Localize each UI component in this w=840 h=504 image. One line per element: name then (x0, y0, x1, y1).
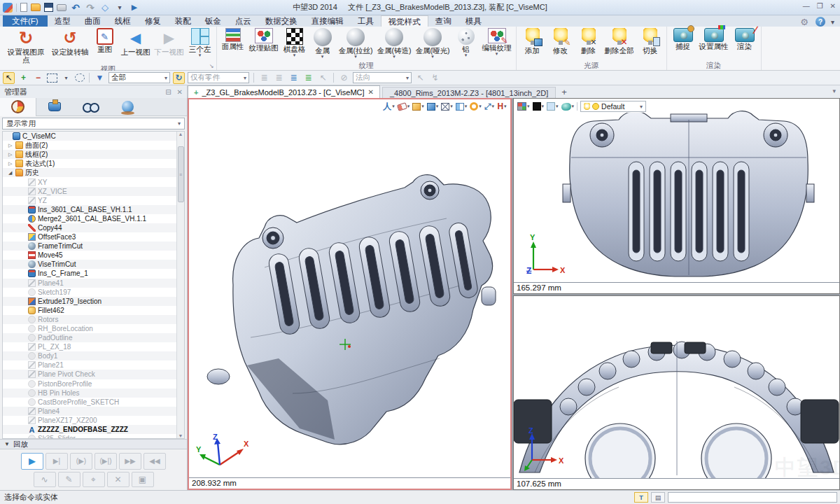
render-button[interactable]: 渲染 ▾ (731, 27, 759, 61)
tree-item[interactable]: ZZZZZ_ENDOFBASE_ZZZZ (3, 425, 176, 434)
menu-tab-file[interactable]: 文件(F) (3, 15, 48, 27)
previous-view-button[interactable]: 上一视图 ▾ (119, 27, 153, 64)
normal-direction-combo[interactable]: 法向 ▾ (353, 72, 412, 83)
metal-cast-button[interactable]: 金属(铸造) ▾ (375, 27, 414, 61)
scrollbar-thumb[interactable]: ≡ (178, 146, 184, 202)
tree-scrollbar[interactable]: ▲ ≡ ▼ (176, 132, 184, 438)
modify-light-button[interactable]: 修改 ▾ (547, 27, 575, 61)
document-tab-inactive[interactable]: _4800_Rims_2013M-2.Z3 - [4801_13inch_2D] (382, 87, 556, 98)
tree-item[interactable]: YZ (3, 196, 176, 205)
tree-expander-icon[interactable]: ▷ (8, 161, 15, 167)
viewport-tool-icon[interactable]: ▾ (383, 102, 395, 111)
aluminum-button[interactable]: 铝 ▾ (452, 27, 480, 61)
add-selection-icon[interactable]: + (18, 72, 29, 84)
viewport-tool-icon[interactable]: ▾ (517, 102, 530, 111)
tree-item[interactable]: Ins_C_Frame_1 (3, 269, 176, 278)
help-icon[interactable] (816, 17, 825, 27)
orbit-icon[interactable] (99, 2, 111, 13)
play-step-button[interactable]: (▶) (70, 453, 92, 470)
metal-button[interactable]: 金属 ▾ (309, 27, 337, 61)
menu-tab-mold[interactable]: 模具 (458, 15, 489, 27)
menu-tab-wireframe[interactable]: 线框 (108, 15, 138, 27)
tree-item[interactable]: PlaneXZ17_XZ200 (3, 416, 176, 425)
viewport-layout-button[interactable]: 三个左 ▾ (186, 27, 214, 64)
new-tab-button[interactable]: + (561, 87, 567, 97)
light-preset-combo[interactable]: Default ▾ (580, 101, 646, 112)
playback-section-header[interactable]: ▼ 回放 (0, 439, 187, 449)
tree-item[interactable]: ▷ 表达式(1) (3, 159, 176, 168)
tree-item[interactable]: ▷ 线框(2) (3, 150, 176, 159)
viewport-tool-icon[interactable]: ▾ (456, 102, 468, 111)
redraw-button[interactable]: 重图 ▾ (91, 27, 119, 64)
tree-item[interactable]: RH_BoreLocation (3, 324, 176, 333)
scroll-down-icon[interactable]: ▼ (178, 433, 183, 438)
tab-close-icon[interactable]: ✕ (368, 88, 374, 96)
viewport-tool-icon[interactable]: ▾ (427, 102, 439, 111)
remove-selection-icon[interactable]: − (32, 72, 44, 84)
viewport-tool-icon[interactable]: ▾ (412, 102, 424, 111)
document-tab-active[interactable]: + _Z3_GL_BrakesModelB_2013.Z3 - [C_ViseM… (188, 85, 380, 98)
tree-item[interactable]: XZ_VICE (3, 187, 176, 196)
tree-item[interactable]: CastBoreProfile_SKETCH (3, 398, 176, 407)
tree-item[interactable]: Sketch197 (3, 288, 176, 297)
front-viewport[interactable]: ▾ ▾ ▾ (513, 98, 840, 294)
menu-tab-inquire[interactable]: 查询 (428, 15, 458, 27)
tree-item[interactable]: Copy44 (3, 223, 176, 232)
menu-tab-tools[interactable]: 工具 (351, 15, 381, 27)
restore-button[interactable]: ❐ (817, 2, 823, 10)
pin-panel-icon[interactable]: ⊟ (165, 88, 171, 96)
tree-item[interactable]: Merge2_3601_CAL_BASE_VH.1.1 (3, 214, 176, 223)
menu-tab-sheet-metal[interactable]: 钣金 (198, 15, 228, 27)
tree-item[interactable]: Rotors (3, 315, 176, 324)
list-tool-icon[interactable]: ≣ (273, 72, 285, 84)
tree-item[interactable]: Sk35_Slider (3, 434, 176, 439)
add-light-button[interactable]: 添加 ▾ (519, 27, 547, 61)
visibility-manager-tab[interactable] (73, 98, 109, 116)
viewport-tool-icon[interactable]: ▾ (561, 102, 575, 111)
tree-item[interactable]: Plane41 (3, 279, 176, 288)
tree-item[interactable]: PadOutline (3, 333, 176, 342)
front-viewport-canvas[interactable]: ▾ ▾ ▾ (514, 99, 839, 282)
close-button[interactable]: ✕ (830, 2, 836, 10)
command-input[interactable] (668, 492, 837, 503)
viewport-tool-icon[interactable]: ▾ (497, 102, 507, 111)
scroll-up-icon[interactable]: ▲ (178, 132, 183, 136)
refresh-filter-icon[interactable]: ↻ (173, 72, 185, 84)
viewport-tool-icon[interactable]: ▾ (470, 102, 482, 111)
menu-tab-point-cloud[interactable]: 点云 (228, 15, 258, 27)
filter-icon[interactable]: ▼ (94, 72, 106, 84)
tree-item[interactable]: ▷ 曲面(2) (3, 141, 176, 150)
app-logo-icon[interactable] (3, 3, 13, 13)
print-icon[interactable] (57, 4, 66, 11)
list-tool-icon[interactable]: ≣ (258, 72, 270, 84)
settings-gear-icon[interactable] (799, 16, 810, 27)
tree-expander-icon[interactable]: ▷ (8, 143, 15, 148)
text-input-mode-icon[interactable]: T (634, 492, 648, 503)
pick-cursor-icon[interactable]: ↖ (3, 72, 15, 84)
scope-filter-combo[interactable]: 仅有零件 ▾ (188, 72, 249, 83)
pick-point-alt-icon[interactable]: ↯ (429, 72, 441, 84)
set-rotation-axis-button[interactable]: 设定旋转轴 ▾ (50, 27, 91, 64)
menu-tab-data-exchange[interactable]: 数据交换 (258, 15, 304, 27)
viewport-tool-icon[interactable]: ▾ (547, 102, 559, 111)
history-manager-tab[interactable] (0, 98, 36, 116)
tree-filter-combo[interactable]: 显示常用 ▾ (2, 118, 185, 130)
tree-item[interactable]: HB Pin Holes (3, 388, 176, 398)
new-file-icon[interactable] (20, 3, 27, 12)
next-view-button[interactable]: 下一视图 ▾ (153, 27, 186, 64)
tree-item[interactable]: Plane Pivot Check (3, 370, 176, 379)
tree-item[interactable]: Fillet462 (3, 306, 176, 315)
tree-item[interactable]: ViseTrimCut (3, 260, 176, 269)
delete-light-button[interactable]: 删除 ▾ (575, 27, 603, 61)
undo-icon[interactable] (70, 2, 81, 13)
no-snap-icon[interactable]: ⊘ (338, 72, 350, 84)
set-view-origin-button[interactable]: 设置视图原点 ▾ (2, 27, 50, 64)
viewport-tool-icon[interactable]: ▾ (533, 102, 545, 111)
pick-point-icon[interactable]: ↖ (414, 72, 426, 84)
top-viewport[interactable]: Z X 中望3D 107.625 mm (513, 295, 840, 490)
toggle-light-button[interactable]: 切换 ▾ (636, 27, 664, 61)
resume-icon[interactable] (129, 2, 140, 13)
dialog-launcher-icon[interactable]: ↘ (209, 63, 214, 69)
main-viewport[interactable]: ▾ ▾ ▾ ▾ (188, 98, 512, 490)
texture-map-button[interactable]: 纹理贴图 ▾ (247, 27, 281, 61)
